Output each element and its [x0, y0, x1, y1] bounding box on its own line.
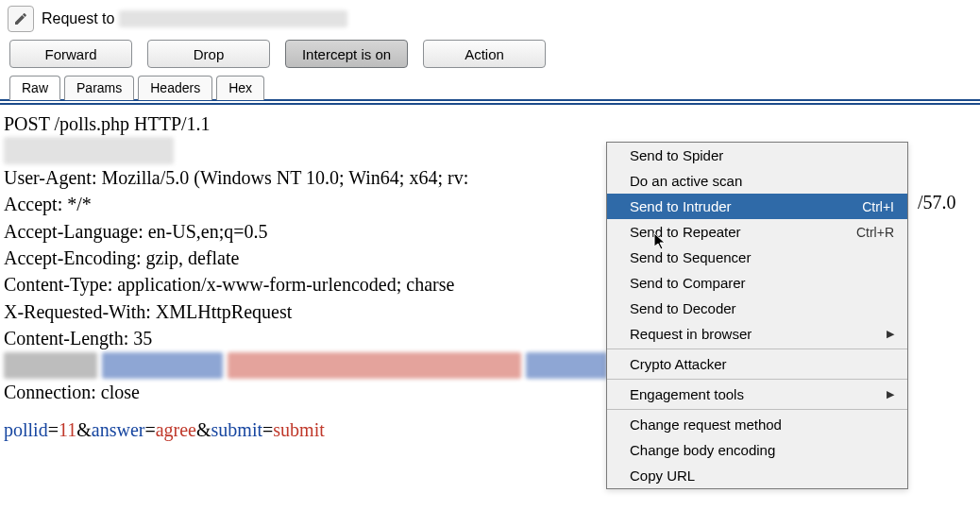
context-menu-item-send-to-intruder[interactable]: Send to IntruderCtrl+I: [607, 194, 907, 219]
context-menu-item-send-to-spider[interactable]: Send to Spider: [607, 143, 907, 168]
body-key-answer: answer: [92, 419, 145, 440]
context-menu-item-label: Send to Decoder: [630, 300, 736, 316]
context-menu-item-label: Change request method: [630, 416, 782, 433]
eq2: =: [144, 419, 155, 440]
context-menu-shortcut: Ctrl+I: [862, 199, 894, 214]
body-val-answer: agree: [156, 419, 196, 440]
amp2: &: [196, 419, 211, 440]
extra-red-4: ██████: [526, 352, 606, 379]
context-menu-item-send-to-comparer[interactable]: Send to Comparer: [607, 270, 907, 296]
intercept-toggle-button[interactable]: Intercept is on: [285, 40, 408, 68]
context-menu-item-label: Send to Repeater: [630, 224, 741, 240]
context-menu-item-label: Engagement tools: [630, 386, 744, 402]
toolbar: Forward Drop Intercept is on Action: [0, 36, 980, 76]
request-target-redacted: ████████████ [██ ██ █ ██]: [119, 10, 347, 27]
submenu-arrow-icon: ▶: [887, 328, 894, 340]
body-val-submit: submit: [273, 419, 324, 440]
edit-icon[interactable]: [8, 6, 34, 32]
message-view-tabs: Raw Params Headers Hex: [0, 76, 980, 100]
context-menu-item-send-to-decoder[interactable]: Send to Decoder: [607, 296, 907, 321]
context-menu-item-send-to-repeater[interactable]: Send to RepeaterCtrl+R: [607, 219, 907, 245]
context-menu-item-send-to-sequencer[interactable]: Send to Sequencer: [607, 245, 907, 270]
context-menu: Send to SpiderDo an active scanSend to I…: [606, 142, 908, 489]
drop-button[interactable]: Drop: [147, 40, 270, 68]
context-menu-separator: [607, 409, 907, 410]
submenu-arrow-icon: ▶: [887, 388, 894, 400]
forward-button[interactable]: Forward: [9, 40, 132, 68]
context-menu-item-label: Crypto Attacker: [630, 356, 727, 372]
context-menu-item-label: Copy URL: [630, 468, 695, 484]
context-menu-item-label: Send to Intruder: [630, 198, 732, 214]
context-menu-item-label: Change body encoding: [630, 442, 775, 458]
user-agent-suffix: /57.0: [918, 192, 956, 213]
tab-params[interactable]: Params: [64, 76, 134, 100]
request-header: Request to ████████████ [██ ██ █ ██]: [0, 0, 980, 36]
body-key-submit: submit: [211, 419, 262, 440]
context-menu-item-label: Send to Spider: [630, 147, 723, 163]
tab-hex[interactable]: Hex: [216, 76, 264, 100]
context-menu-item-label: Send to Comparer: [630, 275, 746, 291]
eq1: =: [48, 419, 59, 440]
context-menu-item-request-in-browser[interactable]: Request in browser▶: [607, 321, 907, 347]
context-menu-item-engagement-tools[interactable]: Engagement tools▶: [607, 382, 907, 407]
context-menu-item-label: Request in browser: [630, 326, 752, 342]
context-menu-item-copy-url[interactable]: Copy URL: [607, 463, 907, 488]
context-menu-item-do-an-active-scan[interactable]: Do an active scan: [607, 168, 907, 194]
context-menu-shortcut: Ctrl+R: [856, 225, 894, 240]
host-header-redacted-text: ████ ██████ ██: [4, 137, 174, 163]
tab-raw[interactable]: Raw: [9, 76, 60, 100]
request-to-label: Request to ████████████ [██ ██ █ ██]: [42, 10, 347, 27]
context-menu-item-change-body-encoding[interactable]: Change body encoding: [607, 437, 907, 463]
context-menu-item-label: Do an active scan: [630, 173, 742, 189]
context-menu-item-change-request-method[interactable]: Change request method: [607, 412, 907, 437]
amp1: &: [76, 419, 92, 440]
body-key-pollid: pollid: [4, 419, 48, 440]
context-menu-separator: [607, 348, 907, 349]
tab-headers[interactable]: Headers: [138, 76, 212, 100]
context-menu-item-crypto-attacker[interactable]: Crypto Attacker: [607, 351, 907, 377]
eq3: =: [262, 419, 273, 440]
context-menu-item-label: Send to Sequencer: [630, 249, 751, 265]
extra-red-2: █████████: [102, 352, 223, 379]
action-button[interactable]: Action: [423, 40, 546, 68]
request-to-prefix: Request to: [42, 10, 114, 26]
body-val-pollid: 11: [59, 419, 76, 440]
context-menu-separator: [607, 379, 907, 380]
extra-red-1: ███████: [4, 352, 97, 379]
request-line: POST /polls.php HTTP/1.1: [4, 110, 976, 137]
extra-red-3: ██████████████████████: [228, 352, 522, 379]
